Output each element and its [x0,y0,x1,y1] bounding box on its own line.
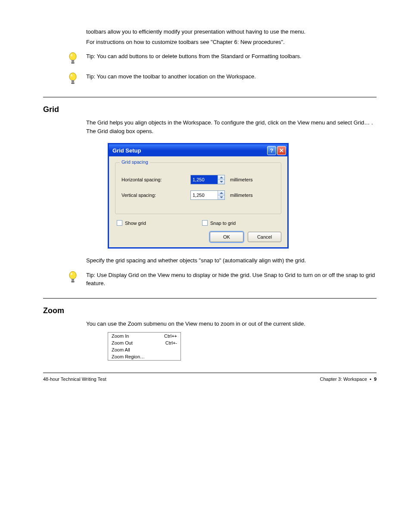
horizontal-spacing-spinner[interactable]: 1,250 [190,175,225,184]
tip-1: Tip: You can add buttons to or delete bu… [68,52,377,66]
vertical-spin-up[interactable] [218,191,224,196]
grid-paragraph-2: Specify the grid spacing and whether obj… [86,256,377,265]
svg-point-4 [71,83,75,84]
grid-setup-dialog: Grid Setup ? ✕ Grid spacing Horizontal s… [108,143,289,249]
close-icon: ✕ [279,147,284,154]
grid-spacing-legend: Grid spacing [120,159,150,165]
grid-spacing-group: Grid spacing Horizontal spacing: 1,250 m… [115,162,281,214]
tip-2-text: Tip: You can move the toolbar to another… [86,72,377,81]
vertical-spin-down[interactable] [218,196,224,200]
show-grid-label: Show grid [125,221,146,226]
checkbox-icon [202,220,208,226]
svg-point-6 [69,271,76,279]
ok-button[interactable]: OK [210,232,243,242]
snap-to-grid-checkbox[interactable]: Snap to grid [202,220,236,226]
zoom-section-title: Zoom [43,306,377,315]
dialog-help-button[interactable]: ? [267,146,276,155]
chevron-up-icon [220,192,223,194]
svg-point-8 [71,273,72,275]
tip-1-text: Tip: You can add buttons to or delete bu… [86,52,377,61]
page-footer: 48-hour Technical Writing Test Chapter 3… [43,373,377,382]
menu-item-zoom-region[interactable]: Zoom Region… [108,353,181,360]
zoom-paragraph-1: You can use the Zoom submenu on the View… [86,320,377,328]
divider [43,97,377,97]
svg-point-3 [69,73,76,81]
menu-item-shortcut: Ctrl+- [165,340,177,345]
snap-to-grid-label: Snap to grid [210,221,236,226]
horizontal-unit: millimeters [230,177,253,182]
chevron-down-icon [220,181,223,183]
horizontal-spin-up[interactable] [218,175,224,180]
footer-chapter: Chapter 3: Workspace [320,376,367,382]
vertical-spacing-value[interactable]: 1,250 [191,191,218,199]
tip-2: Tip: You can move the toolbar to another… [68,72,377,87]
menu-item-zoom-all[interactable]: Zoom All [108,346,181,353]
intro-paragraph-1: toolbars allow you to efficiently modify… [86,28,377,36]
footer-page-number: 9 [374,376,377,382]
vertical-unit: millimeters [230,193,253,198]
dialog-title: Grid Setup [112,147,141,154]
svg-point-0 [69,53,76,60]
vertical-spacing-label: Vertical spacing: [121,193,190,198]
chevron-down-icon [220,196,223,198]
svg-point-1 [71,62,75,64]
lightbulb-icon [68,271,83,285]
zoom-submenu: Zoom In Ctrl++ Zoom Out Ctrl+- Zoom All … [108,332,181,361]
horizontal-spin-down[interactable] [218,180,224,184]
cancel-button[interactable]: Cancel [248,232,281,242]
horizontal-spacing-label: Horizontal spacing: [121,177,190,182]
horizontal-spacing-value[interactable]: 1,250 [191,175,218,184]
footer-left: 48-hour Technical Writing Test [43,376,106,382]
tip-3-text: Tip: Use Display Grid on the View menu t… [86,271,377,288]
menu-item-label: Zoom Region… [112,354,145,359]
lightbulb-icon [68,72,83,87]
menu-item-label: Zoom In [112,333,129,339]
svg-point-7 [71,281,75,282]
intro-paragraph-2: For instructions on how to customize too… [86,38,377,47]
dialog-close-button[interactable]: ✕ [277,146,286,155]
checkbox-icon [117,220,122,226]
menu-item-label: Zoom All [112,347,130,352]
grid-section-title: Grid [43,105,377,114]
menu-item-label: Zoom Out [112,340,133,345]
tip-3: Tip: Use Display Grid on the View menu t… [68,271,377,288]
dialog-titlebar[interactable]: Grid Setup ? ✕ [109,144,287,156]
vertical-spacing-spinner[interactable]: 1,250 [190,190,225,200]
svg-point-5 [71,74,72,77]
footer-separator: • [370,376,371,382]
lightbulb-icon [68,52,83,66]
svg-point-2 [71,54,72,56]
grid-paragraph-1: The Grid helps you align objects in the … [86,118,377,135]
show-grid-checkbox[interactable]: Show grid [117,220,146,226]
menu-item-shortcut: Ctrl++ [164,333,177,339]
help-icon: ? [270,147,274,154]
menu-item-zoom-out[interactable]: Zoom Out Ctrl+- [108,339,181,346]
menu-item-zoom-in[interactable]: Zoom In Ctrl++ [108,333,181,339]
chevron-up-icon [220,177,223,178]
divider [43,298,377,299]
